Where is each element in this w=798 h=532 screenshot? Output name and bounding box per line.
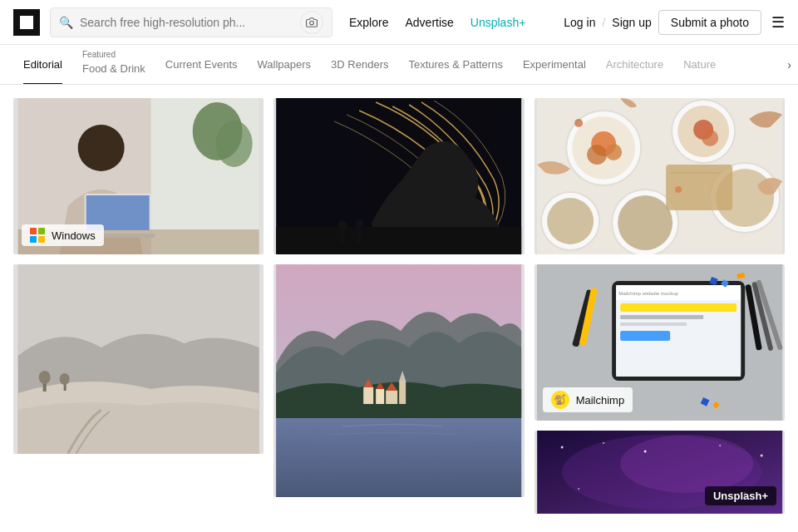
main-nav: Explore Advertise Unsplash+ [349, 16, 525, 29]
nav-divider: / [602, 16, 605, 29]
photo-col-3: Mailchimp website mockup [534, 98, 785, 514]
svg-rect-21 [357, 227, 362, 244]
svg-point-41 [618, 195, 672, 250]
svg-point-4 [216, 121, 253, 167]
submit-photo-button[interactable]: Submit a photo [658, 10, 761, 35]
svg-point-80 [760, 455, 762, 457]
windows-badge-label: Windows [52, 229, 96, 242]
svg-point-13 [39, 371, 51, 384]
svg-point-5 [78, 125, 125, 171]
unsplash-plus-label: Unsplash+ [713, 490, 768, 502]
nav-item-textures[interactable]: Textures & Patterns [398, 45, 512, 85]
nav-item-experimental[interactable]: Experimental [513, 45, 596, 85]
search-icon: 🔍 [59, 16, 73, 29]
svg-rect-19 [340, 229, 345, 244]
nav-chevron-right[interactable]: › [787, 58, 791, 71]
menu-icon[interactable]: ☰ [771, 13, 785, 32]
mailchimp-badge-label: Mailchimp [576, 394, 625, 406]
nav-item-3d-renders[interactable]: 3D Renders [321, 45, 398, 85]
unsplash-plus-badge: Unsplash+ [705, 486, 776, 505]
nav-item-textures-label: Textures & Patterns [408, 58, 502, 71]
search-bar[interactable]: 🔍 [50, 7, 332, 37]
svg-point-81 [578, 488, 579, 490]
svg-rect-27 [386, 391, 397, 404]
mailchimp-badge: 🐒 Mailchimp [543, 387, 633, 412]
photo-mailchimp[interactable]: Mailchimp website mockup [534, 264, 785, 421]
photo-unsplash-plus[interactable]: Unsplash+ [534, 431, 785, 514]
photo-food[interactable] [534, 98, 785, 254]
nav-signup[interactable]: Sign up [612, 16, 651, 29]
mailchimp-icon: 🐒 [551, 391, 569, 409]
svg-point-75 [620, 435, 753, 493]
header: 🔍 Explore Advertise Unsplash+ Log in / S… [0, 0, 798, 45]
svg-point-79 [719, 445, 721, 446]
svg-point-20 [355, 219, 363, 228]
photo-mountain-lake[interactable] [273, 264, 524, 497]
svg-point-46 [605, 144, 622, 160]
svg-rect-62 [620, 331, 670, 341]
nav-item-3d-renders-label: 3D Renders [331, 58, 388, 71]
svg-point-0 [310, 21, 314, 25]
nav-advertise[interactable]: Advertise [405, 16, 453, 29]
svg-point-76 [560, 446, 563, 449]
logo-icon [20, 16, 33, 29]
nav-item-nature-label: Nature [683, 58, 716, 71]
nav-item-architecture-label: Architecture [606, 58, 663, 71]
svg-point-48 [702, 130, 718, 146]
windows-logo-icon [30, 228, 45, 243]
svg-point-15 [60, 373, 70, 385]
nav-item-current-events[interactable]: Current Events [155, 45, 248, 85]
windows-badge: Windows [22, 224, 104, 246]
nav-item-current-events-label: Current Events [165, 58, 238, 71]
nav-unsplash-plus[interactable]: Unsplash+ [470, 16, 526, 29]
nav-item-food[interactable]: Featured Food & Drink [72, 45, 155, 85]
search-input[interactable] [80, 16, 293, 29]
camera-icon[interactable] [300, 11, 323, 34]
photo-col-1: Windows [13, 98, 264, 514]
photo-windows[interactable]: Windows [13, 98, 264, 254]
nav-item-architecture[interactable]: Architecture [596, 45, 673, 85]
nav-item-experimental-label: Experimental [523, 58, 586, 71]
svg-rect-31 [276, 418, 521, 497]
svg-rect-25 [376, 389, 384, 404]
svg-point-45 [587, 145, 607, 165]
svg-point-78 [643, 451, 646, 453]
svg-rect-61 [620, 323, 687, 326]
photo-grid: Windows [0, 85, 798, 527]
nav-login[interactable]: Log in [564, 16, 595, 29]
svg-rect-23 [363, 387, 373, 404]
svg-point-77 [603, 442, 604, 444]
svg-point-43 [547, 198, 594, 244]
nav-item-editorial[interactable]: Editorial [13, 45, 72, 85]
category-nav-items: Editorial Featured Food & Drink Current … [13, 45, 785, 85]
photo-desert[interactable] [13, 264, 264, 454]
svg-rect-17 [276, 227, 521, 254]
svg-rect-59 [620, 303, 736, 312]
svg-rect-29 [399, 381, 406, 404]
nav-item-editorial-label: Editorial [23, 58, 62, 71]
svg-text:Mailchimp website mockup: Mailchimp website mockup [618, 291, 678, 296]
svg-rect-60 [620, 315, 703, 319]
photo-col-2 [273, 98, 524, 514]
nav-item-nature[interactable]: Nature [673, 45, 726, 85]
nav-item-wallpapers[interactable]: Wallpapers [248, 45, 322, 85]
nav-explore[interactable]: Explore [349, 16, 388, 29]
nav-item-wallpapers-label: Wallpapers [258, 58, 312, 71]
featured-label: Featured [82, 50, 116, 59]
svg-point-51 [675, 186, 682, 193]
category-nav: Editorial Featured Food & Drink Current … [0, 45, 798, 85]
photo-night-sky[interactable] [273, 98, 524, 254]
logo[interactable] [13, 9, 40, 36]
svg-point-50 [574, 119, 583, 127]
nav-item-food-label: Food & Drink [82, 62, 145, 75]
